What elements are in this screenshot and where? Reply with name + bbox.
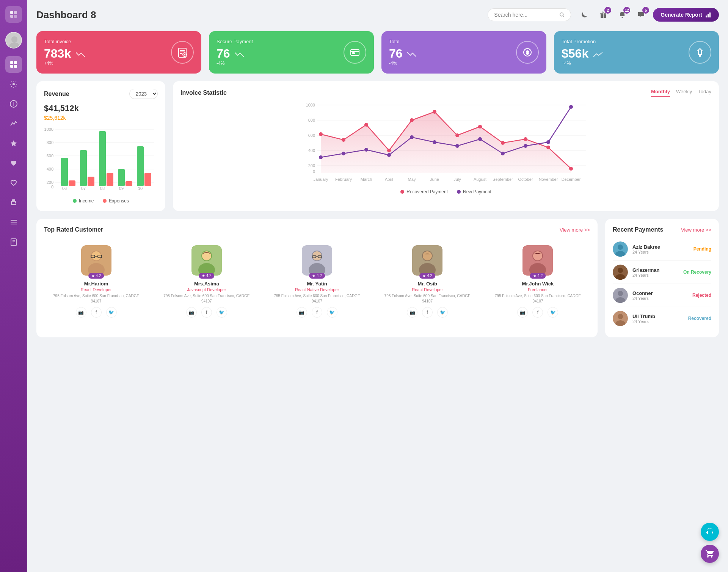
- customer-img-3: ★ 4.2: [412, 245, 442, 276]
- sidebar-item-settings[interactable]: [5, 76, 22, 92]
- svg-point-134: [312, 251, 322, 260]
- revenue-card: Revenue 2023 2022 2021 $41,512k $25,612k: [36, 81, 165, 211]
- sidebar-item-liked[interactable]: [5, 155, 22, 171]
- sidebar-item-dashboard[interactable]: [5, 56, 22, 73]
- twitter-icon-2[interactable]: 🐦: [327, 307, 337, 318]
- stat-value-invoice: 783k: [44, 47, 85, 61]
- tab-monthly[interactable]: Monthly: [651, 89, 670, 97]
- search-box[interactable]: [488, 8, 571, 21]
- svg-marker-13: [11, 140, 17, 146]
- payment-item-2: Oconner 24 Years Rejected: [613, 284, 711, 307]
- rating-badge-3: ★ 4.2: [419, 273, 435, 279]
- sidebar-logo: [5, 6, 22, 23]
- svg-point-147: [618, 244, 623, 250]
- svg-rect-2: [10, 15, 13, 18]
- top-customers-card: Top Rated Customer View more >>: [36, 219, 598, 337]
- stat-label-payment: Secure Payment: [217, 39, 253, 44]
- revenue-secondary: $25,612k: [44, 115, 158, 121]
- chat-button[interactable]: 5: [634, 8, 648, 22]
- revenue-title: Revenue: [44, 91, 69, 97]
- svg-rect-0: [10, 11, 13, 14]
- bottom-row: Top Rated Customer View more >>: [36, 219, 719, 337]
- svg-text:January: January: [313, 177, 328, 182]
- stat-icon-total: $: [516, 41, 539, 64]
- svg-text:800: 800: [47, 140, 53, 145]
- payment-years-3: 24 Years: [632, 319, 684, 324]
- year-select[interactable]: 2023 2022 2021: [129, 89, 158, 99]
- trend-down-icon-2: [235, 52, 244, 58]
- svg-rect-40: [351, 50, 359, 55]
- instagram-icon-1[interactable]: 📷: [186, 307, 197, 318]
- tab-weekly[interactable]: Weekly: [676, 89, 692, 97]
- svg-text:0: 0: [313, 169, 315, 174]
- header: Dashboard 8 2: [36, 8, 719, 22]
- payment-item-3: Uli Trumb 24 Years Recovered: [613, 307, 711, 330]
- payments-view-more[interactable]: View more >>: [681, 227, 711, 233]
- svg-point-150: [618, 268, 623, 273]
- search-input[interactable]: [494, 12, 556, 18]
- charts-row: Revenue 2023 2022 2021 $41,512k $25,612k: [36, 81, 719, 211]
- svg-point-45: [699, 55, 701, 56]
- facebook-icon-0[interactable]: f: [91, 307, 102, 318]
- svg-point-95: [569, 167, 573, 171]
- svg-rect-61: [99, 131, 106, 186]
- svg-point-96: [319, 155, 323, 159]
- svg-rect-8: [10, 65, 13, 68]
- svg-text:$: $: [526, 50, 529, 55]
- headset-icon: [705, 527, 714, 536]
- svg-rect-32: [709, 13, 711, 17]
- customers-view-more[interactable]: View more >>: [560, 227, 590, 233]
- support-button[interactable]: [701, 523, 719, 541]
- facebook-icon-3[interactable]: f: [422, 307, 433, 318]
- instagram-icon-2[interactable]: 📷: [297, 307, 307, 318]
- svg-text:08: 08: [100, 186, 105, 191]
- instagram-icon-4[interactable]: 📷: [517, 307, 528, 318]
- svg-point-101: [433, 140, 436, 144]
- new-payment-legend-label: New Payment: [463, 189, 491, 194]
- svg-text:December: December: [562, 177, 581, 182]
- theme-toggle[interactable]: [577, 8, 592, 22]
- svg-text:10: 10: [138, 186, 143, 191]
- customer-role-0: React Developer: [50, 287, 142, 292]
- twitter-icon-0[interactable]: 🐦: [106, 307, 117, 318]
- sidebar-item-reports[interactable]: [5, 234, 22, 250]
- svg-rect-9: [14, 65, 17, 68]
- svg-text:06: 06: [62, 186, 67, 191]
- bell-button[interactable]: 12: [615, 8, 629, 22]
- svg-point-102: [455, 144, 459, 148]
- twitter-icon-3[interactable]: 🐦: [437, 307, 448, 318]
- sidebar-item-print[interactable]: [5, 194, 22, 211]
- facebook-icon-1[interactable]: f: [201, 307, 212, 318]
- stat-value-payment: 76: [217, 47, 253, 61]
- twitter-icon-1[interactable]: 🐦: [217, 307, 227, 318]
- svg-rect-64: [126, 181, 132, 186]
- trend-up-icon: [593, 52, 602, 58]
- sidebar-item-favorites[interactable]: [5, 135, 22, 152]
- sidebar-item-info[interactable]: i: [5, 96, 22, 112]
- sidebar-item-menu[interactable]: [5, 214, 22, 230]
- twitter-icon-4[interactable]: 🐦: [548, 307, 558, 318]
- svg-text:1000: 1000: [306, 103, 315, 107]
- payment-years-0: 24 Years: [632, 250, 689, 254]
- customer-name-2: Mr. Yatin: [271, 281, 363, 287]
- facebook-icon-2[interactable]: f: [312, 307, 322, 318]
- svg-point-89: [433, 110, 436, 114]
- payment-name-2: Oconner: [632, 290, 688, 296]
- tab-today[interactable]: Today: [698, 89, 711, 97]
- gift-button[interactable]: 2: [596, 8, 610, 22]
- trend-down-icon-3: [407, 52, 416, 58]
- cart-button[interactable]: [701, 545, 719, 563]
- sidebar-item-analytics[interactable]: [5, 115, 22, 132]
- avatar[interactable]: [5, 32, 22, 49]
- facebook-icon-4[interactable]: f: [532, 307, 543, 318]
- svg-text:i: i: [13, 102, 14, 107]
- generate-report-button[interactable]: Generate Report: [653, 8, 719, 22]
- chart-icon: [705, 12, 711, 18]
- sidebar-item-saved[interactable]: [5, 174, 22, 191]
- expense-legend-label: Expenses: [109, 198, 129, 204]
- instagram-icon-0[interactable]: 📷: [76, 307, 86, 318]
- stat-card-invoice: Total invoice 783k +4%: [36, 31, 201, 74]
- customer-socials-4: 📷 f 🐦: [492, 307, 584, 318]
- instagram-icon-3[interactable]: 📷: [407, 307, 417, 318]
- cart-icon: [705, 549, 714, 558]
